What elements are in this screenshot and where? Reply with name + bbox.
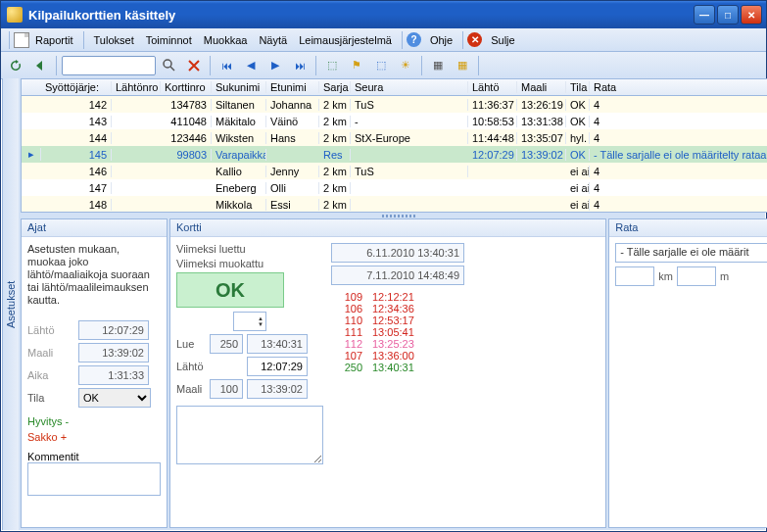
split-row: 10713:36:00 xyxy=(331,350,478,362)
lue-code xyxy=(210,334,243,354)
punch-splits-list: 10912:12:2110612:34:3611012:53:1711113:0… xyxy=(331,291,478,373)
clear-search-button[interactable] xyxy=(183,55,205,76)
col-etunimi[interactable]: Etunimi xyxy=(266,81,319,93)
maximize-button[interactable]: □ xyxy=(717,5,739,24)
table-row[interactable]: 147EnebergOlli2 kmei ai4 xyxy=(22,179,767,196)
kommentit-label: Kommentit xyxy=(27,451,161,462)
tool-3-button[interactable]: ⬚ xyxy=(370,55,392,76)
app-icon xyxy=(7,7,23,23)
next-icon: ▶ xyxy=(271,59,279,72)
menu-sulje[interactable]: Sulje xyxy=(485,31,520,49)
menu-tulokset[interactable]: Tulokset xyxy=(88,31,140,49)
search-input[interactable] xyxy=(62,56,156,75)
tool-1-icon: ⬚ xyxy=(327,59,337,72)
sakko-label[interactable]: Sakko + xyxy=(27,431,161,443)
search-icon xyxy=(163,59,176,73)
kortti-lahto-time[interactable] xyxy=(247,357,308,376)
col-lahto[interactable]: Lähtö xyxy=(468,81,517,93)
tila-select[interactable]: OK xyxy=(78,388,151,408)
clear-icon xyxy=(188,60,200,72)
aika-display xyxy=(78,365,149,385)
last-icon: ⏭ xyxy=(295,60,306,72)
sequence-spinner[interactable]: ▲▼ xyxy=(233,312,266,331)
split-row: 11213:25:23 xyxy=(331,338,478,350)
back-button[interactable] xyxy=(29,55,51,76)
col-sarja[interactable]: Sarja xyxy=(319,81,351,93)
tool-1-button[interactable]: ⬚ xyxy=(321,55,343,76)
next-record-button[interactable]: ▶ xyxy=(264,55,286,76)
col-seura[interactable]: Seura xyxy=(351,81,468,93)
side-tab-asetukset[interactable]: Asetukset xyxy=(2,78,19,530)
panel-ajat-title: Ajat xyxy=(22,219,167,237)
col-rata[interactable]: Rata xyxy=(590,81,767,93)
tila-label: Tila xyxy=(27,392,74,404)
close-menu-icon: ✕ xyxy=(467,32,482,47)
panel-rata-title: Rata xyxy=(609,219,767,237)
svg-line-1 xyxy=(170,67,174,71)
tool-4-button[interactable]: ☀ xyxy=(395,55,416,76)
grid-config-icon: ▦ xyxy=(457,59,467,72)
col-korttinro[interactable]: Korttinro xyxy=(161,81,212,93)
maali-label: Maali xyxy=(27,347,74,359)
kortti-notes-input[interactable] xyxy=(176,406,323,464)
table-row[interactable]: 148MikkolaEssi2 kmei ai4 xyxy=(22,196,767,213)
panel-kortti: Kortti Viimeksi luettu Viimeksi muokattu… xyxy=(169,218,606,528)
competitor-grid[interactable]: Syöttöjärje: Lähtönro Korttinro Sukunimi… xyxy=(21,78,767,213)
rata-km-label: km xyxy=(658,270,673,282)
close-window-button[interactable]: ✕ xyxy=(741,5,762,24)
back-icon xyxy=(34,60,46,72)
table-row[interactable]: 146KallioJenny2 kmTuSei ai4 xyxy=(22,163,767,179)
tool-4-icon: ☀ xyxy=(401,59,410,72)
table-row[interactable]: 143411048MäkitaloVäinö2 km-10:58:5313:31… xyxy=(22,113,767,129)
svg-point-0 xyxy=(164,60,171,68)
tool-3-icon: ⬚ xyxy=(376,59,386,72)
grid-header: Syöttöjärje: Lähtönro Korttinro Sukunimi… xyxy=(22,79,767,96)
rata-km-input[interactable] xyxy=(615,266,654,286)
viimeksi-muokattu-label: Viimeksi muokattu xyxy=(176,258,264,269)
rata-m-input[interactable] xyxy=(677,266,716,286)
grid-button[interactable]: ▦ xyxy=(427,55,449,76)
viimeksi-luettu-value xyxy=(331,243,464,263)
split-row: 25013:40:31 xyxy=(331,362,478,373)
report-icon xyxy=(14,32,29,48)
table-row[interactable]: ▸14599803VarapaikkaRes12:07:2913:39:02OK… xyxy=(22,146,767,163)
menu-ohje[interactable]: Ohje xyxy=(424,31,458,49)
refresh-icon xyxy=(9,59,23,73)
status-ok-badge: OK xyxy=(176,272,284,308)
menu-toiminnot[interactable]: Toiminnot xyxy=(140,31,198,49)
first-record-button[interactable]: ⏮ xyxy=(216,55,237,76)
title-bar: Kilpailukorttien käsittely — □ ✕ xyxy=(1,1,766,28)
table-row[interactable]: 142134783SiltanenJohanna2 kmTuS11:36:371… xyxy=(22,96,767,113)
col-sukunimi[interactable]: Sukunimi xyxy=(212,81,266,93)
kortti-maali-time xyxy=(247,379,308,399)
refresh-button[interactable] xyxy=(5,55,26,76)
menu-raportit[interactable]: Raportit xyxy=(29,31,79,49)
grid-icon: ▦ xyxy=(433,59,443,72)
ajat-note: Asetusten mukaan, muokaa joko lähtö/maal… xyxy=(27,243,161,307)
col-syotto[interactable]: Syöttöjärje: xyxy=(41,81,112,93)
last-record-button[interactable]: ⏭ xyxy=(289,55,311,76)
menu-nayta[interactable]: Näytä xyxy=(253,31,293,49)
toolbar: ⏮ ◀ ▶ ⏭ ⬚ ⚑ ⬚ ☀ ▦ ▦ xyxy=(1,52,766,79)
menu-leimaus[interactable]: Leimausjärjestelmä xyxy=(293,31,398,49)
col-lahtonro[interactable]: Lähtönro xyxy=(112,81,161,93)
grid-config-button[interactable]: ▦ xyxy=(452,55,473,76)
col-tila[interactable]: Tila xyxy=(566,81,590,93)
split-row: 10912:12:21 xyxy=(331,291,478,303)
maali-display xyxy=(78,343,149,363)
viimeksi-muokattu-value xyxy=(331,266,464,285)
menu-muokkaa[interactable]: Muokkaa xyxy=(198,31,254,49)
menu-bar: Raportit Tulokset Toiminnot Muokkaa Näyt… xyxy=(1,28,766,52)
hyvitys-label[interactable]: Hyvitys - xyxy=(27,415,161,427)
prev-record-button[interactable]: ◀ xyxy=(240,55,262,76)
kommentit-input[interactable] xyxy=(27,462,161,496)
minimize-button[interactable]: — xyxy=(694,5,715,24)
search-button[interactable] xyxy=(159,55,180,76)
help-icon: ? xyxy=(407,32,421,47)
tool-2-button[interactable]: ⚑ xyxy=(346,55,367,76)
aika-label: Aika xyxy=(27,369,74,381)
split-row: 11113:05:41 xyxy=(331,326,478,338)
table-row[interactable]: 144123446WikstenHans2 kmStX-Europe11:44:… xyxy=(22,129,767,146)
col-maali[interactable]: Maali xyxy=(517,81,566,93)
lue-label: Lue xyxy=(176,338,206,350)
